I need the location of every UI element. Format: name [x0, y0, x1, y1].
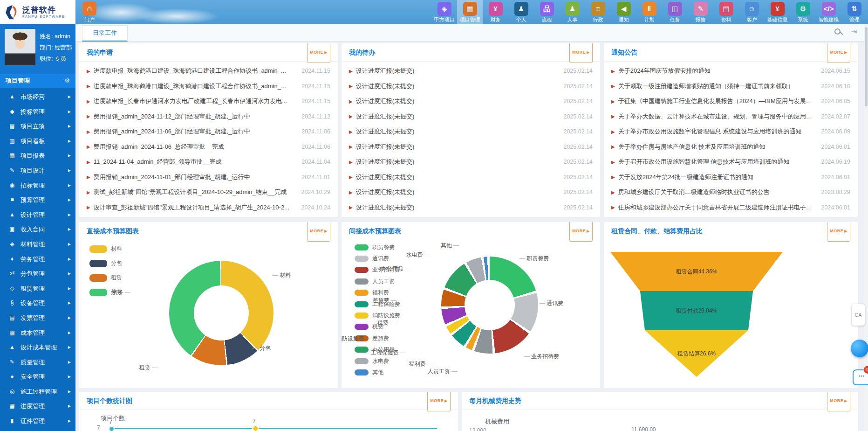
sidebar-item-设计管理[interactable]: ▲设计管理▶ [0, 208, 75, 222]
item-text[interactable]: 设计审查_彭祖新城"四馆"景观工程设计项目_请选择_胡广生_2024-10-2.… [94, 203, 295, 212]
more-button[interactable]: MORE▶ [827, 392, 850, 411]
item-text[interactable]: 关于2024年国庆节放假安排的通知 [618, 67, 815, 75]
sidebar-item-成本管理[interactable]: ▦成本管理▶ [0, 326, 75, 341]
list-item[interactable]: ▶进度款申报_珠海鹤港口建设_珠海鹤港口建设工程合作协议书_admin_...2… [87, 79, 330, 94]
legend-item-通讯费[interactable]: 通讯费 [355, 253, 400, 264]
item-text[interactable]: 进度款申报_长春市伊通河水力发电厂改建工程_长春市伊通河水力发电... [94, 97, 295, 105]
sidebar-item-进度管理[interactable]: ▦进度管理▶ [0, 399, 75, 414]
legend-item-租赁[interactable]: 租赁 [89, 271, 122, 285]
list-item[interactable]: ▶关于召开市政公用设施智慧化管理 信息技术与应用培训班的通知2024.06.19 [611, 154, 850, 170]
item-text[interactable]: 设计进度汇报(未提交) [356, 188, 557, 196]
list-item[interactable]: ▶住房和城乡建设部办公厅关于同意吉林省开展二级建造师注册证书电子化试点...20… [611, 200, 850, 216]
sidebar-item-设备管理[interactable]: §设备管理▶ [0, 296, 75, 311]
list-item[interactable]: ▶关于举办住房与房地产信息化 技术及应用培训班的通知2024.06.01 [611, 139, 850, 155]
portal-nav-item[interactable]: ⌂ 门户 [79, 1, 100, 23]
list-item[interactable]: ▶费用报销_admin_2024-11-06_部门经理审批_胡建,_运行中202… [87, 124, 330, 139]
nav-item-流程[interactable]: 品流程 [534, 0, 560, 24]
sidebar-item-施工过程管理[interactable]: ◎施工过程管理▶ [0, 384, 75, 399]
list-item[interactable]: ▶关于2024年国庆节放假安排的通知2024.06.15 [611, 63, 850, 79]
list-item[interactable]: ▶于征集《中国建筑施工行业信息化发展报告（2024）—BIM应用与发展》材料..… [611, 94, 850, 109]
logout-icon[interactable]: ⇥ [851, 28, 857, 35]
item-text[interactable]: 设计进度汇报(未提交) [356, 158, 557, 166]
nav-item-报告[interactable]: ✎报告 [688, 0, 713, 24]
item-text[interactable]: 关于领取一级注册建造师增项贴的通知（须持一建证书前来领取） [618, 82, 815, 90]
sidebar-item-项目看板[interactable]: ▥项目看板▶ [0, 134, 75, 149]
sidebar-item-收入合同[interactable]: ▣收入合同▶ [0, 222, 75, 237]
legend-item-材料[interactable]: 材料 [89, 242, 122, 256]
sidebar-item-投标管理[interactable]: ◆投标管理▶ [0, 104, 75, 119]
item-text[interactable]: 房和城乡建设厅关于取消二级建造师临时执业证书的公告 [618, 188, 815, 196]
sidebar-item-证件管理[interactable]: ▮证件管理▶ [0, 414, 75, 429]
sidebar-item-招标管理[interactable]: ◉招标管理▶ [0, 178, 75, 193]
sidebar-item-质量管理[interactable]: ✎质量管理▶ [0, 355, 75, 370]
sidebar-item-项目报表[interactable]: ▦项目报表▶ [0, 148, 75, 163]
nav-item-智能建模[interactable]: </>智能建模 [816, 0, 841, 24]
nav-item-任务[interactable]: ◫任务 [662, 0, 688, 24]
list-item[interactable]: ▶设计进度汇报(未提交)2025.02.14 [349, 63, 593, 79]
sidebar-item-项目设计[interactable]: ✎项目设计▶ [0, 163, 75, 178]
list-item[interactable]: ▶设计进度汇报(未提交)2025.02.14 [349, 94, 593, 109]
more-button[interactable]: MORE▶ [827, 222, 850, 242]
item-text[interactable]: 设计进度汇报(未提交) [356, 127, 557, 136]
item-text[interactable]: 设计进度汇报(未提交) [356, 82, 557, 90]
sidebar-item-材料管理[interactable]: ◈材料管理▶ [0, 237, 75, 252]
list-item[interactable]: ▶关于领取一级注册建造师增项贴的通知（须持一建证书前来领取）2024.06.10 [611, 79, 850, 94]
assistant-ball-icon[interactable] [851, 340, 868, 357]
item-text[interactable]: 进度款申报_珠海鹤港口建设_珠海鹤港口建设工程合作协议书_admin_... [94, 82, 295, 90]
nav-item-行政[interactable]: ≡行政 [585, 0, 611, 24]
more-button[interactable]: MORE▶ [569, 222, 593, 242]
sidebar-item-项目立项[interactable]: ▤项目立项▶ [0, 119, 75, 134]
legend-item-分包[interactable]: 分包 [89, 256, 122, 271]
list-item[interactable]: ▶进度款申报_长春市伊通河水力发电厂改建工程_长春市伊通河水力发电...2024… [87, 94, 330, 109]
scrollbar-thumb[interactable] [865, 27, 868, 106]
sidebar-item-租赁管理[interactable]: ◇租赁管理▶ [0, 281, 75, 296]
list-item[interactable]: ▶进度款申报_珠海鹤港口建设_珠海鹤港口建设工程合作协议书_admin_...2… [87, 63, 330, 79]
nav-item-通知[interactable]: ◀通知 [611, 0, 636, 24]
more-button[interactable]: MORE▶ [827, 43, 850, 63]
nav-item-管理[interactable]: ⇅管理 [841, 0, 867, 24]
item-text[interactable]: 关于召开市政公用设施智慧化管理 信息技术与应用培训班的通知 [618, 158, 815, 166]
item-text[interactable]: 关于发放2024年第24批一级建造师注册证书的通知 [618, 173, 815, 181]
list-item[interactable]: ▶房和城乡建设厅关于取消二级建造师临时执业证书的公告2023.08.29 [611, 185, 850, 200]
item-text[interactable]: 11_2024-11-04_admin_经营部_领导审批__完成 [94, 158, 295, 166]
list-item[interactable]: ▶费用报销_admin_2024-11-12_部门经理审批_胡建,_运行中202… [87, 109, 330, 125]
sidebar-item-设计成本管理[interactable]: ▲设计成本管理▶ [0, 340, 75, 355]
legend-item-其他[interactable]: 其他 [355, 367, 400, 378]
nav-item-基础信息[interactable]: ¥基础信息 [765, 0, 790, 24]
sidebar-item-预算管理[interactable]: ■预算管理▶ [0, 193, 75, 208]
item-text[interactable]: 费用报销_admin_2024-11-06_总经理审批__完成 [94, 143, 295, 151]
sidebar-item-分包管理[interactable]: x²分包管理▶ [0, 266, 75, 281]
tab-daily-work[interactable]: 日常工作 [82, 25, 128, 42]
item-text[interactable]: 设计进度汇报(未提交) [356, 143, 557, 151]
list-item[interactable]: ▶设计进度汇报(未提交)2025.02.14 [349, 185, 593, 200]
nav-item-甲方项目[interactable]: ◈甲方项目 [431, 0, 457, 24]
list-item[interactable]: ▶费用报销_admin_2024-11-06_总经理审批__完成2024.11.… [87, 139, 330, 155]
list-item[interactable]: ▶测试_彭祖新城"四馆"景观工程设计项目_2024-10-29_admin_结束… [87, 185, 330, 200]
more-button[interactable]: MORE▶ [569, 43, 593, 63]
item-text[interactable]: 费用报销_admin_2024-11-01_部门经理审批_胡建,_运行中 [94, 173, 295, 181]
nav-item-资料[interactable]: ▤资料 [713, 0, 739, 24]
ca-cert-widget[interactable]: CA [852, 304, 865, 326]
list-item[interactable]: ▶设计进度汇报(未提交)2025.02.14 [349, 200, 593, 216]
list-item[interactable]: ▶设计进度汇报(未提交)2025.02.14 [349, 109, 593, 125]
nav-item-人事[interactable]: ♟人事 [560, 0, 585, 24]
key-icon[interactable] [834, 28, 841, 35]
sidebar-item-安全管理[interactable]: ●安全管理▶ [0, 369, 75, 384]
legend-item-人员工资[interactable]: 人员工资 [355, 276, 400, 287]
item-text[interactable]: 关于举办住房与房地产信息化 技术及应用培训班的通知 [618, 143, 815, 151]
item-text[interactable]: 进度款申报_珠海鹤港口建设_珠海鹤港口建设工程合作协议书_admin_... [94, 67, 295, 75]
item-text[interactable]: 设计进度汇报(未提交) [356, 203, 557, 212]
list-item[interactable]: ▶关于举办大数据、云计算技术在城市建设、规划、管理与服务中的应用培训班...20… [611, 109, 850, 125]
nav-item-系统[interactable]: ⚙系统 [790, 0, 816, 24]
legend-item-水电费[interactable]: 水电费 [355, 355, 400, 367]
item-text[interactable]: 设计进度汇报(未提交) [356, 112, 557, 121]
sidebar-item-市场经营[interactable]: ▲市场经营▶ [0, 90, 75, 104]
list-item[interactable]: ▶设计审查_彭祖新城"四馆"景观工程设计项目_请选择_胡广生_2024-10-2… [87, 200, 330, 216]
list-item[interactable]: ▶设计进度汇报(未提交)2025.02.14 [349, 154, 593, 170]
item-text[interactable]: 设计进度汇报(未提交) [356, 97, 557, 105]
sidebar-item-劳务管理[interactable]: ♦劳务管理▶ [0, 252, 75, 267]
item-text[interactable]: 设计进度汇报(未提交) [356, 67, 557, 75]
more-button[interactable]: MORE▶ [427, 392, 451, 411]
item-text[interactable]: 费用报销_admin_2024-11-06_部门经理审批_胡建,_运行中 [94, 127, 295, 136]
nav-item-财务[interactable]: ¥财务 [483, 0, 508, 24]
